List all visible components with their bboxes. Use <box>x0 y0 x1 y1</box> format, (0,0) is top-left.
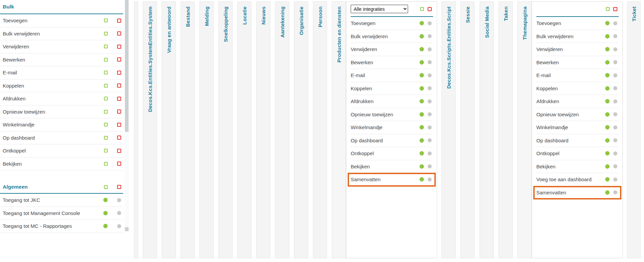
allow-indicator[interactable] <box>420 138 424 143</box>
allow-indicator[interactable] <box>605 125 610 129</box>
column-strip-ticket[interactable]: Ticket <box>627 1 641 258</box>
integration-filter-select[interactable]: Alle integraties <box>351 5 408 13</box>
allow-checkbox[interactable] <box>104 123 108 126</box>
deny-checkbox[interactable] <box>117 136 121 140</box>
deny-indicator[interactable] <box>613 47 617 51</box>
deny-indicator[interactable] <box>613 34 617 38</box>
deny-indicator[interactable] <box>613 164 617 168</box>
deny-indicator[interactable] <box>428 125 432 129</box>
deny-checkbox[interactable] <box>117 45 121 49</box>
deny-indicator[interactable] <box>613 60 617 64</box>
deny-indicator[interactable] <box>117 198 121 202</box>
allow-indicator[interactable] <box>420 125 424 129</box>
allow-indicator[interactable] <box>420 73 424 77</box>
allow-checkbox[interactable] <box>104 32 108 35</box>
allow-indicator[interactable] <box>605 47 610 51</box>
scrollbar-thumb[interactable] <box>125 0 129 132</box>
deny-indicator[interactable] <box>428 34 432 38</box>
allow-indicator[interactable] <box>605 190 610 195</box>
column-strip-script[interactable]: Decos.Kcs.Scripts.Entities.Script <box>441 1 456 258</box>
deny-indicator[interactable] <box>428 99 432 103</box>
deny-indicator[interactable] <box>428 138 432 142</box>
allow-indicator[interactable] <box>605 21 610 25</box>
column-strip-social-media[interactable]: Social Media <box>480 1 494 258</box>
deny-indicator[interactable] <box>428 151 432 156</box>
deny-indicator[interactable] <box>428 177 432 182</box>
allow-checkbox[interactable] <box>104 19 108 22</box>
column-strip-melding[interactable]: Melding <box>199 1 214 258</box>
deny-checkbox[interactable] <box>117 123 121 127</box>
deny-indicator[interactable] <box>117 224 121 228</box>
allow-indicator[interactable] <box>103 211 108 215</box>
deny-all-checkbox[interactable] <box>613 7 617 11</box>
deny-indicator[interactable] <box>428 60 432 64</box>
allow-indicator[interactable] <box>605 177 610 182</box>
allow-indicator[interactable] <box>103 198 108 202</box>
deny-indicator[interactable] <box>613 151 617 156</box>
allow-indicator[interactable] <box>420 60 424 65</box>
deny-checkbox[interactable] <box>117 71 121 75</box>
column-strip-vraag-en-antwoord[interactable]: Vraag en antwoord <box>162 1 176 258</box>
allow-checkbox[interactable] <box>104 162 108 166</box>
deny-indicator[interactable] <box>428 21 432 25</box>
allow-all-checkbox[interactable] <box>606 7 610 11</box>
deny-indicator[interactable] <box>613 125 617 129</box>
deny-checkbox[interactable] <box>117 162 121 166</box>
deny-all-checkbox[interactable] <box>428 7 432 11</box>
allow-indicator[interactable] <box>605 112 610 117</box>
allow-indicator[interactable] <box>605 99 610 103</box>
allow-checkbox[interactable] <box>104 71 108 74</box>
allow-checkbox[interactable] <box>104 45 108 48</box>
allow-indicator[interactable] <box>420 34 424 39</box>
deny-checkbox[interactable] <box>117 19 121 23</box>
allow-checkbox[interactable] <box>104 97 108 100</box>
deny-indicator[interactable] <box>428 112 432 116</box>
deny-indicator[interactable] <box>613 112 617 116</box>
deny-checkbox[interactable] <box>117 97 121 101</box>
allow-indicator[interactable] <box>420 86 424 91</box>
scrollbar-button[interactable] <box>125 227 129 231</box>
deny-indicator[interactable] <box>613 21 617 25</box>
allow-indicator[interactable] <box>103 224 108 228</box>
column-strip-persoon[interactable]: Persoon <box>313 1 327 258</box>
deny-indicator[interactable] <box>428 73 432 77</box>
allow-indicator[interactable] <box>605 60 610 65</box>
allow-indicator[interactable] <box>420 21 424 25</box>
deny-indicator[interactable] <box>613 138 617 142</box>
deny-indicator[interactable] <box>613 177 617 182</box>
allow-indicator[interactable] <box>605 86 610 91</box>
column-strip-partial[interactable] <box>134 1 138 258</box>
allow-indicator[interactable] <box>420 99 424 103</box>
column-strip-system[interactable]: Decos.Kcs.Entities.SystemEntities.System <box>143 1 157 258</box>
column-strip-bestand[interactable]: Bestand <box>181 1 195 258</box>
deny-checkbox[interactable] <box>117 57 121 62</box>
deny-indicator[interactable] <box>117 211 121 215</box>
vertical-scrollbar[interactable] <box>125 0 129 231</box>
column-strip-nieuws[interactable]: Nieuws <box>256 1 270 258</box>
allow-indicator[interactable] <box>605 138 610 143</box>
allow-indicator[interactable] <box>605 34 610 39</box>
deny-checkbox[interactable] <box>117 149 121 153</box>
column-strip-organisatie[interactable]: Organisatie <box>294 1 308 258</box>
deny-indicator[interactable] <box>613 99 617 103</box>
column-strip-snelkoppeling[interactable]: Snelkoppeling <box>218 1 233 258</box>
allow-checkbox[interactable] <box>104 110 108 114</box>
column-strip-producten-en-diensten[interactable]: Producten en diensten <box>332 1 346 258</box>
column-strip-sessie[interactable]: Sessie <box>460 1 475 258</box>
allow-all-checkbox[interactable] <box>104 185 108 189</box>
allow-indicator[interactable] <box>420 164 424 169</box>
deny-indicator[interactable] <box>613 190 617 194</box>
deny-checkbox[interactable] <box>117 31 121 35</box>
column-strip-aantekening[interactable]: Aantekening <box>275 1 289 258</box>
allow-all-checkbox[interactable] <box>420 7 424 11</box>
deny-indicator[interactable] <box>428 47 432 51</box>
deny-indicator[interactable] <box>428 164 432 168</box>
allow-indicator[interactable] <box>420 47 424 51</box>
column-strip-locatie[interactable]: Locatie <box>237 1 251 258</box>
deny-indicator[interactable] <box>613 86 617 90</box>
allow-indicator[interactable] <box>420 112 424 117</box>
allow-indicator[interactable] <box>605 73 610 77</box>
deny-checkbox[interactable] <box>117 110 121 114</box>
allow-indicator[interactable] <box>605 151 610 156</box>
allow-indicator[interactable] <box>420 177 424 182</box>
